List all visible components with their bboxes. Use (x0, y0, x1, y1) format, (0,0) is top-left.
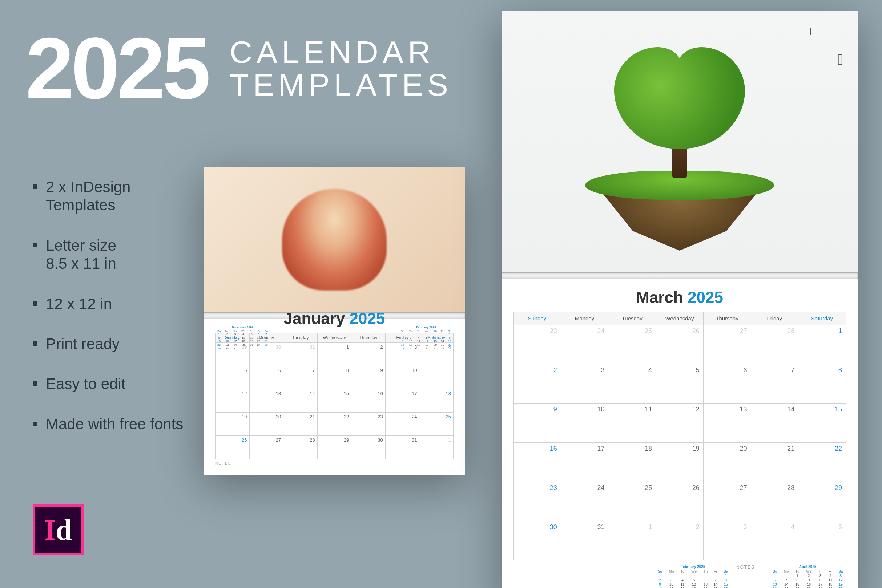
feature-list: 2 x InDesignTemplatesLetter size8.5 x 11… (33, 178, 183, 455)
notes-label: NOTES (215, 461, 454, 465)
month-header: January 2025 (215, 309, 454, 328)
feature-item: Made with free fonts (33, 415, 183, 433)
month-header: March 2025 (513, 288, 846, 306)
feature-item: 2 x InDesignTemplates (33, 178, 183, 214)
calendar-mockup-square: 𓅯 𓅮 March 2025 SundayMondayTuesdayWednes… (502, 11, 858, 588)
spiral-hinge (502, 272, 858, 279)
headline-line2: TEMPLATES (230, 68, 452, 101)
heart-tree-illustration (578, 47, 781, 236)
headline-line1: CALENDAR (230, 36, 452, 68)
feature-item: Print ready (33, 335, 183, 353)
minical-prev: February 2025SuMoTuWeThFrSa1234567891011… (655, 565, 731, 588)
notes-label: NOTES (736, 565, 755, 570)
month-name: January (284, 309, 345, 327)
minical-next: April 2025SuMoTuWeThFrSa1234567891011121… (769, 565, 846, 588)
calendar-mockup-letter: December 2024SuMoTuWeThFrSa1234567891011… (203, 167, 465, 475)
indesign-badge: Id (33, 504, 84, 555)
mockup-letter-photo (203, 167, 465, 312)
indesign-icon: Id (44, 513, 72, 547)
feature-item: 12 x 12 in (33, 295, 183, 313)
calendar-grid: SundayMondayTuesdayWednesdayThursdayFrid… (513, 312, 846, 560)
month-year: 2025 (350, 309, 385, 327)
feature-item: Easy to edit (33, 375, 183, 393)
headline: 2025 CALENDAR TEMPLATES (26, 29, 452, 108)
bird-icon: 𓅮 (838, 51, 843, 68)
headline-title: CALENDAR TEMPLATES (230, 36, 452, 101)
month-year: 2025 (688, 288, 723, 306)
feature-item: Letter size8.5 x 11 in (33, 236, 183, 273)
calendar-grid: SundayMondayTuesdayWednesdayThursdayFrid… (215, 333, 454, 459)
month-name: March (636, 288, 683, 306)
headline-year: 2025 (26, 29, 208, 108)
mockup-square-photo: 𓅯 𓅮 (502, 11, 858, 272)
minical-row-bottom: February 2025SuMoTuWeThFrSa1234567891011… (513, 565, 846, 588)
bird-icon: 𓅯 (810, 26, 814, 38)
mockup-letter-calendar: December 2024SuMoTuWeThFrSa1234567891011… (203, 319, 465, 475)
mockup-square-calendar: March 2025 SundayMondayTuesdayWednesdayT… (502, 279, 858, 588)
